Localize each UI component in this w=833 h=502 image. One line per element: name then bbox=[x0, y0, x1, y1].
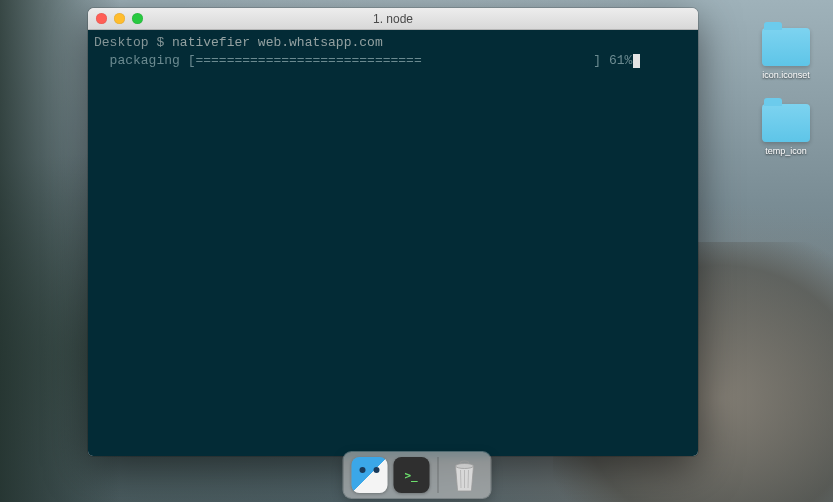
progress-bar-fill: ============================= bbox=[195, 53, 421, 68]
dock-trash-icon[interactable] bbox=[446, 457, 482, 493]
svg-line-1 bbox=[460, 470, 461, 488]
progress-bar-close: ] bbox=[593, 53, 601, 68]
minimize-button[interactable] bbox=[114, 13, 125, 24]
dock-separator bbox=[437, 457, 438, 493]
terminal-progress-line: packaging [=============================… bbox=[94, 52, 692, 70]
dock-finder-icon[interactable] bbox=[351, 457, 387, 493]
desktop-icon-label: icon.iconset bbox=[757, 70, 815, 80]
desktop-folder-temp-icon[interactable]: temp_icon bbox=[757, 104, 815, 156]
terminal-prompt-line: Desktop $ nativefier web.whatsapp.com bbox=[94, 34, 692, 52]
maximize-button[interactable] bbox=[132, 13, 143, 24]
terminal-body[interactable]: Desktop $ nativefier web.whatsapp.com pa… bbox=[88, 30, 698, 456]
trash-icon bbox=[449, 458, 479, 492]
progress-label: packaging bbox=[110, 53, 180, 68]
dock[interactable]: >_ bbox=[343, 452, 490, 498]
dock-terminal-icon[interactable]: >_ bbox=[393, 457, 429, 493]
progress-percent: 61% bbox=[609, 53, 632, 68]
desktop-icon-label: temp_icon bbox=[757, 146, 815, 156]
folder-icon bbox=[762, 104, 810, 142]
traffic-lights bbox=[96, 13, 143, 24]
folder-icon bbox=[762, 28, 810, 66]
svg-line-3 bbox=[468, 470, 469, 488]
close-button[interactable] bbox=[96, 13, 107, 24]
command-text: nativefier web.whatsapp.com bbox=[172, 35, 383, 50]
terminal-glyph: >_ bbox=[404, 469, 417, 482]
terminal-window[interactable]: 1. node Desktop $ nativefier web.whatsap… bbox=[88, 8, 698, 456]
desktop-folder-icon-iconset[interactable]: icon.iconset bbox=[757, 28, 815, 80]
window-titlebar[interactable]: 1. node bbox=[88, 8, 698, 30]
window-title: 1. node bbox=[88, 12, 698, 26]
terminal-cursor bbox=[633, 54, 640, 68]
prompt-symbol: $ bbox=[156, 35, 164, 50]
prompt-path: Desktop bbox=[94, 35, 149, 50]
svg-point-0 bbox=[455, 464, 473, 469]
